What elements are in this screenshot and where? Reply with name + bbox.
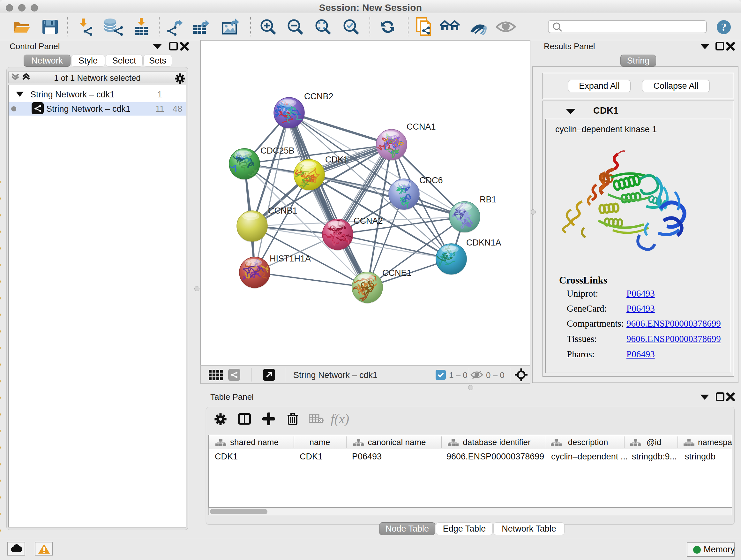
svg-text:CCNB2: CCNB2 xyxy=(304,91,333,101)
svg-text:CCNE1: CCNE1 xyxy=(382,268,412,278)
svg-text:CCNA1: CCNA1 xyxy=(407,122,436,132)
svg-text:CCNB1: CCNB1 xyxy=(268,206,297,215)
svg-text:CDC25B: CDC25B xyxy=(260,146,294,155)
svg-text:CCNA2: CCNA2 xyxy=(354,216,383,226)
svg-text:RB1: RB1 xyxy=(480,195,496,204)
svg-text:CDK1: CDK1 xyxy=(325,155,348,165)
svg-text:HIST1H1A: HIST1H1A xyxy=(270,254,311,263)
svg-text:CDKN1A: CDKN1A xyxy=(466,238,501,247)
svg-text:CDC6: CDC6 xyxy=(419,176,443,185)
svg-text:?: ? xyxy=(721,21,727,33)
